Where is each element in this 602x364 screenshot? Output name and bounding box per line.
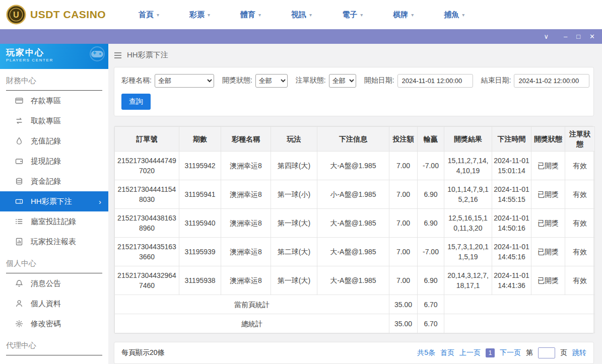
main-content: HH彩票下注 彩種名稱: 全部 開獎狀態: 全部 注單狀態: bbox=[108, 44, 602, 364]
cell-play_type: 第一球(小) bbox=[271, 180, 317, 209]
end-date-input[interactable] bbox=[514, 74, 589, 88]
players-center-header: 玩家中心 PLAYERS CENTER bbox=[0, 44, 108, 69]
column-header: 注單狀態 bbox=[565, 126, 595, 152]
cell-win_loss: -7.00 bbox=[418, 238, 444, 266]
cell-bet_info: 大-A盤@1.985 bbox=[317, 266, 389, 295]
next-page-link[interactable]: 下一页 bbox=[500, 348, 521, 357]
cell-win_loss: 6.90 bbox=[418, 209, 444, 238]
cell-bet_amount: 7.00 bbox=[389, 238, 418, 266]
sidebar-item-label: 存款專區 bbox=[31, 96, 61, 106]
grand-total-label: 總統計 bbox=[115, 314, 389, 333]
cell-bet_time: 2024-11-01 15:01:14 bbox=[492, 152, 531, 180]
cell-draw_result: 20,14,3,12,7,18,17,1 bbox=[444, 266, 492, 295]
close-icon[interactable]: ✕ bbox=[589, 33, 595, 40]
usdt-casino-logo-icon: U bbox=[6, 5, 26, 25]
sidebar-item[interactable]: 充值記錄 bbox=[0, 131, 108, 151]
lottery-name-select[interactable]: 全部 bbox=[155, 74, 214, 88]
nav-item-label: 首頁 bbox=[139, 10, 154, 20]
brand-name: USDT CASINO bbox=[30, 9, 106, 21]
cell-bet_time: 2024-11-01 14:45:16 bbox=[492, 238, 531, 266]
cell-bet_time: 2024-11-01 14:41:36 bbox=[492, 266, 531, 295]
current-page-button[interactable]: 1 bbox=[486, 348, 495, 357]
sidebar-item[interactable]: 存款專區 bbox=[0, 91, 108, 111]
nav-item-label: 棋牌 bbox=[393, 10, 408, 20]
nav-item[interactable]: 電子▾ bbox=[342, 10, 363, 20]
cell-lottery_name: 澳洲幸运8 bbox=[221, 180, 271, 209]
sidebar-item-label: 消息公告 bbox=[31, 279, 61, 288]
cell-bet_amount: 7.00 bbox=[389, 152, 418, 180]
nav-item[interactable]: 體育▾ bbox=[240, 10, 261, 20]
cell-bet_info: 大-A盤@1.985 bbox=[317, 209, 389, 238]
table-header-row: 訂單號期數彩種名稱玩法下注信息投注額輸贏開獎結果下注時間開獎狀態注單狀態 bbox=[115, 126, 595, 152]
table-row: 215217304441154803031195941澳洲幸运8第一球(小)小-… bbox=[115, 180, 595, 209]
top-nav: 首頁▾彩票▾體育▾視訊▾電子▾棋牌▾捕魚▾ bbox=[139, 10, 464, 20]
first-page-link[interactable]: 首页 bbox=[440, 348, 454, 357]
sidebar-item[interactable]: 玩家投注報表 bbox=[0, 232, 108, 252]
start-date-input[interactable] bbox=[397, 74, 473, 88]
column-header: 開獎狀態 bbox=[531, 126, 565, 152]
sidebar-item[interactable]: 提現記錄 bbox=[0, 151, 108, 171]
sidebar-item[interactable]: 修改密碼 bbox=[0, 314, 108, 334]
cell-bet_amount: 7.00 bbox=[389, 209, 418, 238]
chevron-down-icon: ▾ bbox=[208, 12, 210, 18]
withdraw-arrows-icon bbox=[15, 117, 23, 125]
cell-lottery_name: 澳洲幸运8 bbox=[221, 266, 271, 295]
jump-page-input[interactable] bbox=[538, 347, 555, 358]
cell-bet_amount: 7.00 bbox=[389, 266, 418, 295]
brand: U USDT CASINO bbox=[6, 5, 124, 25]
search-button[interactable]: 查詢 bbox=[121, 94, 151, 110]
grand-total-bet-amount: 35.00 bbox=[389, 314, 418, 333]
jump-button[interactable]: 跳转 bbox=[572, 348, 586, 357]
breadcrumb: HH彩票下注 bbox=[114, 44, 594, 67]
sidebar-item[interactable]: 消息公告 bbox=[0, 273, 108, 294]
jump-suffix-label: 页 bbox=[560, 348, 567, 357]
collapse-chevron-icon[interactable]: ∨ bbox=[544, 33, 549, 40]
start-date-label: 開始日期: bbox=[364, 76, 394, 85]
prev-page-link[interactable]: 上一页 bbox=[459, 348, 481, 357]
cell-order_status: 有效 bbox=[565, 266, 595, 295]
sidebar-item[interactable]: 取款專區 bbox=[0, 111, 108, 131]
nav-item[interactable]: 視訊▾ bbox=[291, 10, 312, 20]
chevron-right-icon: › bbox=[99, 198, 101, 205]
chevron-down-icon: ▾ bbox=[258, 12, 261, 18]
lottery-name-label: 彩種名稱: bbox=[121, 76, 152, 85]
sidebar-item-label: 玩家投注報表 bbox=[31, 237, 76, 247]
minimize-icon[interactable]: – bbox=[564, 33, 567, 40]
sidebar-item[interactable]: 個人資料 bbox=[0, 294, 108, 314]
sidebar-item[interactable]: 資金記錄 bbox=[0, 171, 108, 191]
nav-item[interactable]: 彩票▾ bbox=[189, 10, 210, 20]
sidebar-item-label: 充值記錄 bbox=[31, 136, 61, 146]
hamburger-menu-icon[interactable] bbox=[114, 52, 122, 59]
deposit-card-icon bbox=[15, 97, 23, 105]
order-status-filter: 注單狀態: 全部 bbox=[296, 74, 356, 88]
order-status-select[interactable]: 全部 bbox=[329, 74, 356, 88]
column-header: 投注額 bbox=[389, 126, 418, 152]
hall-list-icon bbox=[15, 217, 23, 226]
table-body: 215217304444749702031195942澳洲幸运8第四球(大)大-… bbox=[115, 152, 595, 295]
cell-lottery_name: 澳洲幸运8 bbox=[221, 209, 271, 238]
grand-total-row: 總統計 35.00 6.70 bbox=[115, 314, 595, 333]
nav-item[interactable]: 首頁▾ bbox=[139, 10, 159, 20]
jump-prefix-label: 第 bbox=[526, 348, 533, 357]
sidebar-section-label: 代理中心 bbox=[6, 341, 102, 355]
nav-item[interactable]: 棋牌▾ bbox=[393, 10, 414, 20]
cell-lottery_name: 澳洲幸运8 bbox=[221, 238, 271, 266]
maximize-icon[interactable]: □ bbox=[576, 33, 580, 40]
sidebar-item[interactable]: 廳室投註記錄 bbox=[0, 211, 108, 232]
sidebar-item[interactable]: HH彩票下注› bbox=[0, 191, 108, 211]
bets-table: 訂單號期數彩種名稱玩法下注信息投注額輸贏開獎結果下注時間開獎狀態注單狀態 215… bbox=[114, 126, 595, 334]
chevron-down-icon: ▾ bbox=[309, 12, 312, 18]
sidebar-item-label: 個人資料 bbox=[31, 299, 61, 309]
bets-table-card: 訂單號期數彩種名稱玩法下注信息投注額輸贏開獎結果下注時間開獎狀態注單狀態 215… bbox=[114, 126, 594, 334]
cell-play_type: 第二球(大) bbox=[271, 238, 317, 266]
cell-order_status: 有效 bbox=[565, 209, 595, 238]
draw-status-select[interactable]: 全部 bbox=[255, 74, 288, 88]
gamepad-graphic-icon bbox=[82, 46, 105, 68]
cell-bet_info: 大-A盤@1.985 bbox=[317, 152, 389, 180]
nav-item[interactable]: 捕魚▾ bbox=[444, 10, 464, 20]
sidebar-section: 個人中心 bbox=[0, 252, 108, 273]
cell-order_no: 2152173044381638960 bbox=[115, 209, 179, 238]
column-header: 下注信息 bbox=[317, 126, 389, 152]
cell-period: 31195940 bbox=[179, 209, 221, 238]
cell-draw_status: 已開獎 bbox=[531, 209, 565, 238]
